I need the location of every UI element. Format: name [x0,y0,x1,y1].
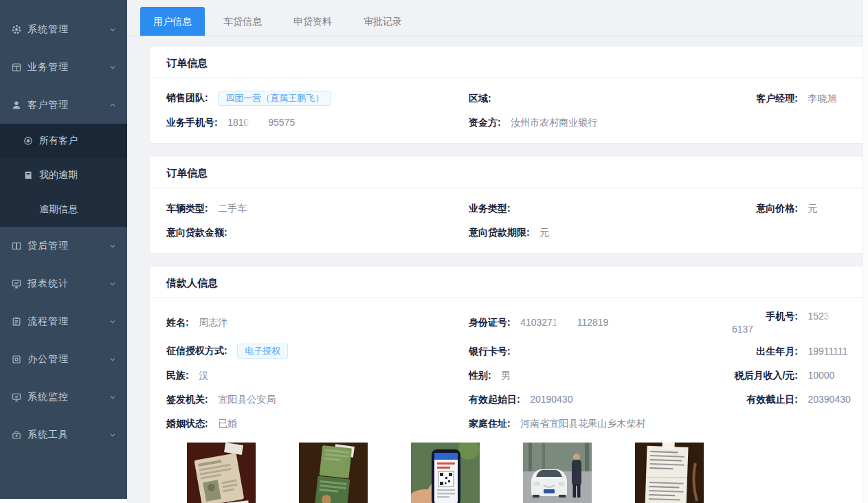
toolbox-icon [11,429,22,440]
sidebar-nav: 系统管理 业务管理 客户管理 [0,0,127,454]
field-intended-loan-term: 意向贷款期限: 元 [469,226,732,239]
card-title: 订单信息 [150,157,868,188]
card-title: 借款人信息 [150,267,868,298]
document-photo[interactable]: 其他材料 [635,443,704,503]
credit-screenshot-photo[interactable]: 征信记录 [411,443,480,503]
field-issuing-authority: 签发机关: 宜阳县公安局 [166,393,469,406]
borrower-photos: 身份证 [187,443,852,503]
field-monthly-income: 税后月收入/元: 10000 [732,369,852,382]
sidebar: 系统管理 业务管理 客户管理 [0,0,127,499]
license-photo-thumbnail [299,443,368,503]
field-region: 区域: [469,92,732,105]
sidebar-item-label: 贷后管理 [27,240,108,252]
gear-icon [11,24,22,35]
app-window: 系统管理 业务管理 客户管理 [0,0,868,503]
id-card-photo[interactable]: 身份证 [187,443,256,503]
sidebar-item-label: 客户管理 [27,99,108,111]
sidebar-item-all-customers[interactable]: 所有客户 [0,124,127,158]
sidebar-submenu-customer: 所有客户 我的逾期 逾期信息 [0,124,127,227]
redaction-block [558,318,577,326]
field-birth-date: 出生年月: 19911111 [732,345,852,358]
office-icon [11,354,22,365]
tab-car-loan-info[interactable]: 车贷信息 [210,7,275,36]
sidebar-item-label: 报表统计 [27,278,108,290]
notebook-icon [23,170,34,181]
vertical-scrollbar[interactable] [863,0,868,503]
sidebar-item-system-tools[interactable]: 系统工具 [0,416,127,454]
sidebar-item-label: 所有客户 [39,135,78,147]
tab-user-info[interactable]: 用户信息 [140,7,205,36]
order-info-card-2: 订单信息 车辆类型: 二手车 业务类型: 意向价格: 元 [150,157,868,253]
field-valid-from: 有效起始日: 20190430 [469,393,732,406]
chevron-down-icon [108,430,118,440]
card-body: 车辆类型: 二手车 业务类型: 意向价格: 元 意向贷款金额: [150,188,868,253]
sales-team-tag: 四团一营（直属王鹏飞） [218,91,331,106]
field-vehicle-type: 车辆类型: 二手车 [166,202,469,215]
person-car-photo[interactable]: 人车合影 [523,443,592,503]
field-customer-manager: 客户经理: 李晓旭 [732,92,852,105]
chevron-down-icon [108,241,118,251]
clipboard-icon [11,316,22,327]
field-business-type: 业务类型: [469,202,732,215]
tab-approval-records[interactable]: 审批记录 [350,7,415,36]
field-gender: 性别: 男 [469,369,732,382]
credit-screenshot-thumbnail [411,443,480,503]
main-content: 用户信息 车贷信息 申贷资料 审批记录 订单信息 销售团队: 四团一营（直属王鹏… [127,0,868,503]
sidebar-item-label: 系统工具 [27,429,108,441]
compass-icon [23,135,34,146]
chevron-down-icon [108,25,118,34]
card-title: 订单信息 [150,47,868,78]
field-intended-loan-amount: 意向贷款金额: [166,226,469,239]
sidebar-item-system-monitor[interactable]: 系统监控 [0,378,127,416]
sidebar-item-overdue-info[interactable]: 逾期信息 [0,192,127,227]
chevron-up-icon [108,100,118,110]
sidebar-item-business-mgmt[interactable]: 业务管理 [0,48,127,86]
order-info-card-1: 订单信息 销售团队: 四团一营（直属王鹏飞） 区域: 客户经理: 李晓旭 [150,47,868,143]
chevron-down-icon [108,63,118,72]
chevron-down-icon [108,317,118,326]
field-marital-status: 婚姻状态: 已婚 [166,417,469,430]
person-car-thumbnail [523,443,592,503]
sidebar-item-system-mgmt[interactable]: 系统管理 [0,10,127,48]
borrower-info-card: 借款人信息 姓名: 周志洋 身份证号: 4103271112819 手机号: 1… [150,267,868,503]
blank-icon-spacer [23,204,34,215]
sidebar-item-label: 业务管理 [27,61,108,74]
field-business-phone: 业务手机号: 181095575 [166,116,469,129]
sidebar-item-process-mgmt[interactable]: 流程管理 [0,302,127,340]
chevron-down-icon [108,392,118,402]
field-ethnicity: 民族: 汉 [166,369,469,382]
field-funder: 资金方: 汝州市农村商业银行 [469,116,732,129]
document-photo-thumbnail [635,443,704,503]
chart-icon [11,278,22,289]
book-icon [11,241,22,252]
sidebar-item-postloan-mgmt[interactable]: 贷后管理 [0,227,127,265]
field-valid-to: 有效截止日: 20390430 [732,393,852,406]
license-photo[interactable]: 驾驶证照片 [299,443,368,503]
redaction-block [830,312,849,320]
field-credit-auth-method: 征信授权方式: 电子授权 [166,344,469,359]
field-mobile-phone: 手机号: 15236137 [732,310,852,335]
sidebar-item-label: 系统监控 [27,391,108,403]
card-body: 销售团队: 四团一营（直属王鹏飞） 区域: 客户经理: 李晓旭 业务手机号: [150,78,868,143]
sidebar-item-label: 我的逾期 [39,169,78,181]
field-sales-team: 销售团队: 四团一营（直属王鹏飞） [166,91,469,106]
sidebar-item-office-mgmt[interactable]: 办公管理 [0,340,127,378]
sidebar-item-label: 系统管理 [27,23,108,36]
redaction-block [249,118,268,126]
id-card-photo-thumbnail [187,443,256,503]
tab-loan-application-docs[interactable]: 申贷资料 [280,7,345,36]
field-home-address: 家庭住址: 河南省宜阳县花果山乡木柴村 [469,417,732,430]
sidebar-item-my-overdue[interactable]: 我的逾期 [0,158,127,192]
card-body: 姓名: 周志洋 身份证号: 4103271112819 手机号: 1523613… [150,298,868,503]
credit-auth-tag: 电子授权 [237,344,288,359]
tab-bar: 用户信息 车贷信息 申贷资料 审批记录 [127,0,868,36]
chevron-down-icon [108,279,118,289]
sidebar-item-customer-mgmt[interactable]: 客户管理 [0,86,127,124]
grid-icon [11,62,22,73]
monitor-icon [11,392,22,403]
sidebar-item-label: 办公管理 [27,353,108,366]
sidebar-item-label: 流程管理 [27,315,108,328]
sidebar-item-report-stats[interactable]: 报表统计 [0,265,127,302]
field-name: 姓名: 周志洋 [166,316,469,329]
field-id-number: 身份证号: 4103271112819 [469,316,732,329]
